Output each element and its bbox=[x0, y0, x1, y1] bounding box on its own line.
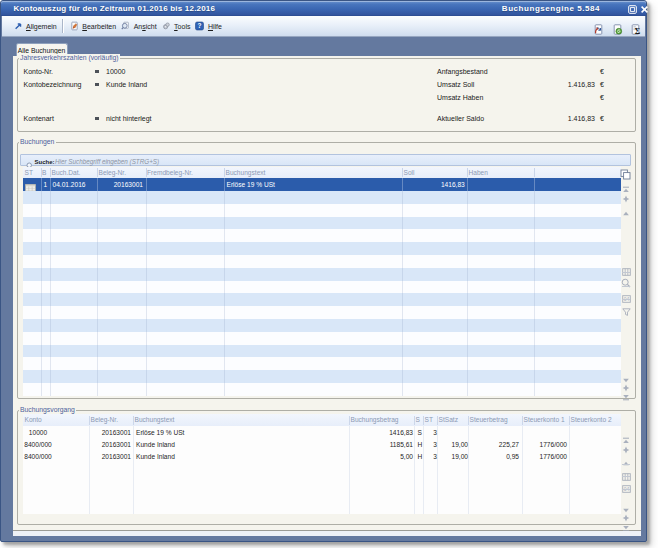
column-header[interactable]: Buchungsbetrag bbox=[351, 414, 399, 426]
grid-separator bbox=[50, 191, 51, 396]
cell-separator bbox=[467, 178, 468, 191]
grid-separator bbox=[41, 191, 42, 396]
currency-label: € bbox=[600, 68, 604, 76]
cell-value: 10000 bbox=[21, 427, 55, 439]
bookings-table-body[interactable] bbox=[23, 191, 621, 396]
calendar-icon[interactable]: 04 bbox=[622, 479, 631, 497]
column-header[interactable]: Fremdbeleg-Nr. bbox=[147, 167, 193, 178]
column-header[interactable]: Haben bbox=[469, 167, 488, 178]
cell-value: 1416,83 bbox=[323, 427, 413, 439]
cell-value: 04.01.2016 bbox=[53, 178, 97, 191]
field-value: nicht hinterlegt bbox=[106, 115, 152, 123]
nav-separator bbox=[622, 286, 630, 287]
column-header[interactable]: Buch.Dat. bbox=[52, 167, 81, 178]
column-header[interactable]: Steuerkonto 2 bbox=[571, 414, 612, 426]
toolbar-button-label: Bearbeiten bbox=[82, 23, 116, 30]
svg-text:Σ: Σ bbox=[635, 27, 641, 35]
column-header[interactable]: Steuerbetrag bbox=[470, 414, 508, 426]
header-separator bbox=[97, 168, 98, 177]
cell-separator bbox=[224, 178, 225, 191]
grid-separator bbox=[146, 191, 147, 396]
header-separator bbox=[423, 416, 424, 425]
toolbar-buttons: AllgemeinBearbeitenAnsichtTools?Hilfe bbox=[10, 18, 223, 35]
search-icon bbox=[24, 157, 33, 166]
header-separator bbox=[414, 416, 415, 425]
field-value: 1.416,83 bbox=[477, 115, 595, 123]
nav-separator bbox=[622, 489, 630, 490]
cell-value: 19,00 bbox=[438, 451, 468, 463]
toolbar-button-allgemein[interactable]: Allgemein bbox=[12, 18, 58, 35]
field-label: Konto-Nr. bbox=[24, 68, 54, 76]
groupbox-buchungsvorgang: Buchungsvorgang KontoBeleg-Nr.Buchungste… bbox=[17, 410, 636, 525]
field-bullet-icon bbox=[95, 117, 99, 121]
svg-text:?: ? bbox=[198, 22, 202, 29]
toolbar: AllgemeinBearbeitenAnsichtTools?Hilfe Σ bbox=[2, 16, 645, 37]
cell-separator bbox=[41, 178, 42, 191]
header-separator bbox=[522, 416, 523, 425]
transaction-table-header: KontoBeleg-Nr.BuchungstextBuchungsbetrag… bbox=[23, 414, 621, 426]
search-label: Suche: bbox=[35, 158, 55, 166]
scroll-last-icon[interactable] bbox=[622, 387, 630, 405]
search-bar[interactable]: Suche: Hier Suchbegriff eingeben (STRG+S… bbox=[20, 154, 631, 166]
toolbar-button-tools[interactable]: Tools bbox=[160, 18, 192, 35]
restore-button[interactable] bbox=[628, 5, 637, 14]
groupbox-caption: Buchungen bbox=[19, 138, 56, 146]
magnifier-icon bbox=[121, 21, 130, 31]
cell-value: 1776/000 bbox=[523, 451, 567, 463]
column-header[interactable]: Steuerkonto 1 bbox=[524, 414, 565, 426]
cell-value: 0,95 bbox=[469, 451, 519, 463]
toolbar-button-bearbeiten[interactable]: Bearbeiten bbox=[68, 18, 117, 35]
field-label: Kontobezeichnung bbox=[24, 81, 82, 89]
scroll-up-icon[interactable] bbox=[622, 202, 630, 220]
toolbar-button-ansicht[interactable]: Ansicht bbox=[120, 18, 158, 35]
filter-icon[interactable] bbox=[622, 302, 631, 320]
column-header[interactable]: StSatz bbox=[439, 414, 458, 426]
title-bar: Kontoauszug für den Zeitraum 01.2016 bis… bbox=[1, 1, 646, 16]
cell-value: 20163001 bbox=[63, 427, 131, 439]
column-header[interactable]: Konto bbox=[25, 414, 42, 426]
toolbar-button-label: Allgemein bbox=[26, 23, 57, 30]
header-separator bbox=[41, 168, 42, 177]
column-header[interactable]: B bbox=[42, 167, 46, 178]
toolbar-button-hilfe[interactable]: ?Hilfe bbox=[194, 18, 224, 35]
currency-label: € bbox=[600, 115, 604, 123]
grid-separator bbox=[97, 191, 98, 396]
nav-separator bbox=[622, 476, 630, 477]
edit-document-icon bbox=[70, 21, 79, 31]
column-header[interactable]: Buchungstext bbox=[226, 167, 266, 178]
document-refresh-icon[interactable] bbox=[612, 21, 623, 32]
column-header[interactable]: Beleg-Nr. bbox=[91, 414, 119, 426]
toolbar-right-icons: Σ bbox=[586, 21, 642, 32]
cell-value: 3 bbox=[418, 439, 437, 451]
document-sum-icon[interactable]: Σ bbox=[630, 21, 641, 32]
frame-inner-bevel bbox=[13, 531, 641, 536]
grid-separator bbox=[224, 191, 225, 396]
table-row[interactable]: 8400/00020163001Kunde Inland1185,61H319,… bbox=[23, 439, 621, 451]
cell-value: 1 bbox=[41, 178, 51, 191]
column-header[interactable]: ST bbox=[425, 414, 433, 426]
groupbox-caption: Buchungsvorgang bbox=[19, 406, 77, 414]
column-header[interactable]: Buchungstext bbox=[135, 414, 175, 426]
column-header[interactable]: S bbox=[416, 414, 420, 426]
table-row[interactable]: 1000020163001Erlöse 19 % USt1416,83S3 bbox=[23, 427, 621, 439]
header-separator bbox=[437, 416, 438, 425]
table-row[interactable]: 8400/00020163001Kunde Inland5,00H319,000… bbox=[23, 451, 621, 463]
cell-separator bbox=[402, 178, 403, 191]
column-header[interactable]: Soll bbox=[404, 167, 415, 178]
field-label: Umsatz Soll bbox=[437, 81, 474, 89]
cell-value: Erlöse 19 % USt bbox=[136, 427, 336, 439]
bookings-selected-row[interactable]: 104.01.201620163001Erlöse 19 % USt1416,8… bbox=[23, 178, 621, 191]
help-icon: ? bbox=[195, 21, 204, 31]
cell-value: 19,00 bbox=[438, 439, 468, 451]
column-header[interactable]: Beleg-Nr. bbox=[99, 167, 127, 178]
cell-value: 3 bbox=[418, 451, 437, 463]
cell-separator bbox=[50, 178, 51, 191]
document-export-icon[interactable] bbox=[593, 21, 604, 32]
header-separator bbox=[89, 416, 90, 425]
close-button[interactable] bbox=[640, 5, 649, 14]
column-header[interactable]: ST bbox=[25, 167, 33, 178]
cell-value: Erlöse 19 % USt bbox=[227, 178, 402, 191]
header-separator bbox=[468, 416, 469, 425]
grid-separator bbox=[467, 191, 468, 396]
groupbox-caption: Jahresverkehrszahlen (vorläufig) bbox=[19, 54, 121, 62]
